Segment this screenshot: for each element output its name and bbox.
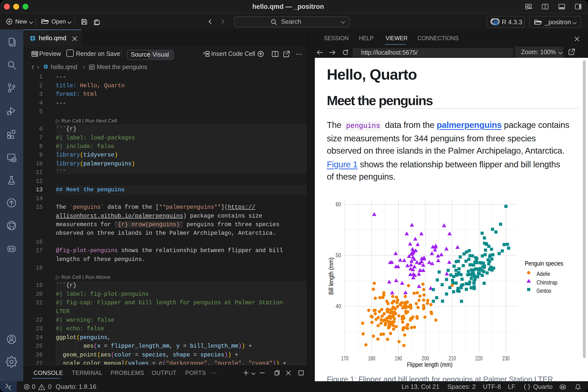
svg-text:230: 230 <box>502 355 510 362</box>
svg-text:180: 180 <box>368 355 375 362</box>
svg-text:Chinstrap: Chinstrap <box>536 279 558 286</box>
svg-text:Bill length (mm): Bill length (mm) <box>327 258 335 295</box>
svg-text:Adelie: Adelie <box>536 270 550 277</box>
svg-text:190: 190 <box>395 355 402 362</box>
svg-text:40: 40 <box>336 303 341 310</box>
svg-text:210: 210 <box>448 355 456 362</box>
svg-text:220: 220 <box>475 355 483 362</box>
svg-text:60: 60 <box>336 201 341 208</box>
svg-text:Penguin species: Penguin species <box>525 260 563 267</box>
svg-text:Flipper length (mm): Flipper length (mm) <box>407 361 452 368</box>
svg-text:50: 50 <box>336 252 341 258</box>
svg-text:Gentoo: Gentoo <box>536 288 551 294</box>
svg-text:200: 200 <box>422 355 429 362</box>
svg-text:170: 170 <box>341 355 348 362</box>
